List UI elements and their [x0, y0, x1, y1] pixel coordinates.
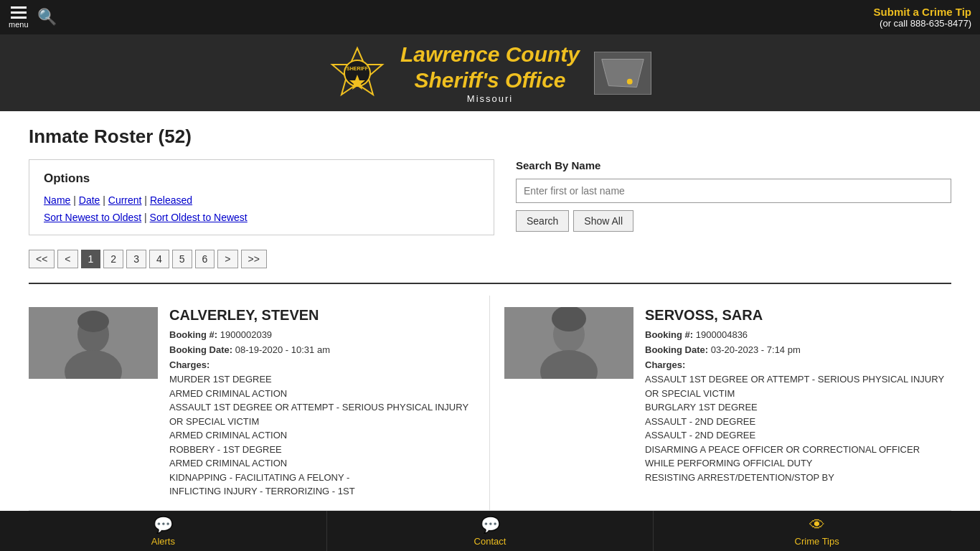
site-name-line2: Sheriff's Office	[400, 67, 580, 93]
search-icon[interactable]: 🔍	[37, 8, 57, 27]
main-content: Inmate Roster (52) Options Name | Date |…	[0, 111, 980, 525]
booking-date: 08-19-2020 - 10:31 am	[235, 344, 330, 355]
charge-item: RESISTING ARREST/DETENTION/STOP BY	[645, 471, 951, 485]
content-divider	[29, 283, 951, 284]
pagination-prev[interactable]: <	[57, 250, 77, 268]
crime-tips-icon: 👁	[809, 516, 825, 534]
options-search-row: Options Name | Date | Current | Released…	[29, 159, 951, 235]
filter-current-link[interactable]: Current	[108, 194, 142, 206]
contact-icon: 💬	[481, 516, 500, 534]
filter-name-link[interactable]: Name	[44, 194, 70, 206]
charge-item: ASSAULT - 2ND DEGREE	[645, 415, 951, 429]
top-bar-left: menu 🔍	[9, 6, 57, 29]
booking-number: 1900004836	[696, 329, 748, 340]
svg-point-6	[627, 78, 633, 84]
options-heading: Options	[44, 171, 479, 186]
pagination-first[interactable]: <<	[29, 250, 55, 268]
site-name-line3: Missouri	[400, 93, 580, 104]
pagination-page-5[interactable]: 5	[172, 250, 192, 268]
filter-released-link[interactable]: Released	[150, 194, 192, 206]
site-header: SHERIFF Lawrence County Sheriff's Office…	[0, 34, 980, 111]
svg-point-10	[77, 311, 109, 332]
pagination: << < 1 2 3 4 5 6 > >>	[29, 250, 951, 268]
options-box: Options Name | Date | Current | Released…	[29, 159, 494, 235]
alerts-icon: 💬	[154, 516, 173, 534]
svg-marker-5	[602, 59, 644, 87]
charge-item: MURDER 1ST DEGREE	[169, 372, 475, 387]
bottom-nav: 💬 Alerts 💬 Contact 👁 Crime Tips	[0, 511, 980, 551]
booking-date: 03-20-2023 - 7:14 pm	[711, 344, 801, 355]
charge-item: BURGLARY 1ST DEGREE	[645, 400, 951, 415]
pagination-last[interactable]: >>	[241, 250, 267, 268]
pagination-page-1[interactable]: 1	[81, 250, 101, 268]
inmate-grid: CALVERLEY, STEVEN Booking #: 1900002039 …	[29, 296, 951, 511]
charges-list: MURDER 1ST DEGREEARMED CRIMINAL ACTIONAS…	[169, 372, 475, 499]
charge-item: ASSAULT 1ST DEGREE OR ATTEMPT - SERIOUS …	[645, 372, 951, 400]
sheriff-badge: SHERIFF	[329, 44, 386, 102]
crime-tip-phone: (or call 888-635-8477)	[874, 18, 971, 29]
charge-item: ARMED CRIMINAL ACTION	[169, 428, 475, 443]
pagination-page-2[interactable]: 2	[103, 250, 123, 268]
booking-number: 1900002039	[220, 329, 272, 340]
search-button[interactable]: Search	[516, 210, 569, 232]
sort-links: Sort Newest to Oldest | Sort Oldest to N…	[44, 212, 479, 223]
menu-label: menu	[9, 20, 29, 29]
charge-item: ARMED CRIMINAL ACTION	[169, 387, 475, 401]
crime-tip-area: Submit a Crime Tip (or call 888-635-8477…	[874, 6, 971, 29]
site-name-line1: Lawrence County	[400, 42, 580, 67]
inmate-info: CALVERLEY, STEVEN Booking #: 1900002039 …	[169, 307, 475, 499]
missouri-map	[594, 52, 651, 95]
pagination-next[interactable]: >	[217, 250, 237, 268]
contact-label: Contact	[474, 536, 507, 547]
crime-tips-label: Crime Tips	[795, 536, 839, 547]
charge-item: ASSAULT 1ST DEGREE OR ATTEMPT - SERIOUS …	[169, 400, 475, 428]
charges-list: ASSAULT 1ST DEGREE OR ATTEMPT - SERIOUS …	[645, 372, 951, 484]
top-bar: menu 🔍 Submit a Crime Tip (or call 888-6…	[0, 0, 980, 34]
inmate-card: CALVERLEY, STEVEN Booking #: 1900002039 …	[29, 296, 490, 511]
site-title: Lawrence County Sheriff's Office Missour…	[400, 42, 580, 104]
inmate-card: SERVOSS, SARA Booking #: 1900004836 Book…	[490, 296, 951, 511]
charge-item: ARMED CRIMINAL ACTION	[169, 456, 475, 471]
search-buttons: Search Show All	[516, 210, 951, 232]
search-heading: Search By Name	[516, 159, 951, 171]
charge-item: ROBBERY - 1ST DEGREE	[169, 443, 475, 457]
inmate-name: SERVOSS, SARA	[645, 307, 951, 324]
sort-oldest-link[interactable]: Sort Oldest to Newest	[150, 212, 248, 223]
show-all-button[interactable]: Show All	[573, 210, 633, 232]
pagination-page-4[interactable]: 4	[149, 250, 169, 268]
crime-tip-link[interactable]: Submit a Crime Tip	[874, 6, 971, 18]
charge-item: KIDNAPPING - FACILITATING A FELONY -	[169, 471, 475, 485]
pagination-page-6[interactable]: 6	[195, 250, 215, 268]
inmate-photo-0	[29, 307, 158, 379]
options-links: Name | Date | Current | Released	[44, 194, 479, 206]
filter-date-link[interactable]: Date	[79, 194, 100, 206]
bottom-nav-contact[interactable]: 💬 Contact	[327, 511, 654, 551]
charge-item: ASSAULT - 2ND DEGREE	[645, 428, 951, 443]
charge-item: DISARMING A PEACE OFFICER OR CORRECTIONA…	[645, 443, 951, 471]
inmate-info: SERVOSS, SARA Booking #: 1900004836 Book…	[645, 307, 951, 499]
page-title: Inmate Roster (52)	[29, 126, 951, 148]
svg-text:SHERIFF: SHERIFF	[347, 66, 369, 71]
menu-button[interactable]: menu	[9, 6, 29, 29]
search-box: Search By Name Search Show All	[516, 159, 951, 235]
inmate-photo-1	[504, 307, 633, 379]
bottom-nav-crime-tips[interactable]: 👁 Crime Tips	[654, 511, 980, 551]
search-input[interactable]	[516, 179, 951, 203]
pagination-page-3[interactable]: 3	[126, 250, 146, 268]
charge-item: INFLICTING INJURY - TERRORIZING - 1ST	[169, 484, 475, 499]
bottom-nav-alerts[interactable]: 💬 Alerts	[0, 511, 327, 551]
alerts-label: Alerts	[151, 536, 175, 547]
inmate-name: CALVERLEY, STEVEN	[169, 307, 475, 324]
sort-newest-link[interactable]: Sort Newest to Oldest	[44, 212, 141, 223]
